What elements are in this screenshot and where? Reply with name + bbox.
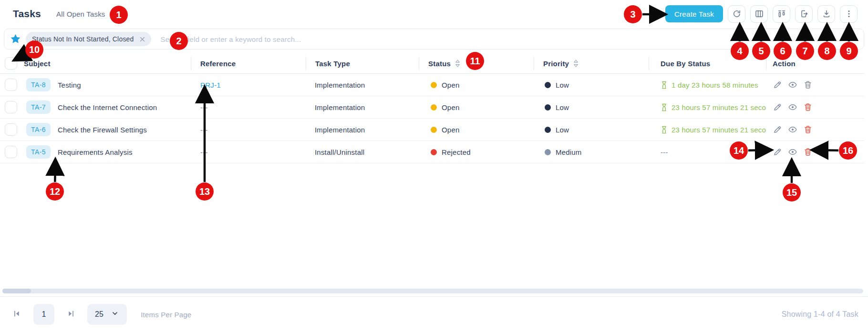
task-reference: --- bbox=[200, 126, 208, 134]
delete-task-button[interactable] bbox=[803, 80, 813, 90]
due-by-text: 1 day 23 hours 58 minutes bbox=[672, 81, 758, 89]
chevron-down-icon bbox=[111, 309, 119, 320]
priority-label: Medium bbox=[556, 148, 582, 156]
download-button[interactable] bbox=[817, 5, 835, 23]
task-reference[interactable]: PRJ-1 bbox=[200, 81, 221, 89]
close-icon[interactable] bbox=[140, 37, 145, 42]
due-by-text: --- bbox=[661, 148, 668, 156]
table-row[interactable]: TA-7 Check the Internet Connection --- I… bbox=[0, 96, 864, 119]
priority-dot bbox=[545, 149, 551, 155]
last-page-button[interactable] bbox=[66, 309, 75, 320]
row-checkbox[interactable] bbox=[5, 146, 17, 158]
eye-icon bbox=[788, 80, 797, 90]
edit-task-button[interactable] bbox=[773, 147, 782, 157]
priority-label: Low bbox=[556, 126, 569, 134]
annotation-arrows bbox=[0, 0, 868, 332]
view-task-button[interactable] bbox=[788, 80, 797, 90]
kanban-view-icon bbox=[777, 9, 786, 19]
due-by-text: 23 hours 57 minutes 21 seconds bbox=[672, 103, 766, 111]
priority-dot bbox=[545, 104, 551, 111]
view-selector[interactable]: All Open Tasks bbox=[56, 10, 114, 18]
delete-task-button[interactable] bbox=[803, 147, 813, 157]
view-task-button[interactable] bbox=[788, 125, 797, 134]
trash-icon bbox=[803, 147, 813, 157]
horizontal-scrollbar[interactable] bbox=[2, 289, 863, 293]
hourglass-icon bbox=[661, 125, 668, 134]
task-reference: --- bbox=[200, 103, 208, 111]
items-per-page-label: Items Per Page bbox=[141, 311, 191, 319]
edit-task-button[interactable] bbox=[773, 102, 782, 112]
refresh-button[interactable] bbox=[728, 5, 745, 23]
row-checkbox[interactable] bbox=[5, 123, 17, 136]
star-icon[interactable] bbox=[10, 34, 21, 44]
row-checkbox[interactable] bbox=[5, 79, 17, 91]
task-type: Install/Uninstall bbox=[315, 148, 364, 156]
table-row[interactable]: TA-5 Requirements Analysis --- Install/U… bbox=[0, 141, 864, 163]
edit-task-button[interactable] bbox=[773, 80, 782, 90]
select-all-checkbox[interactable] bbox=[5, 57, 17, 70]
view-selector-label: All Open Tasks bbox=[56, 10, 105, 18]
page-title: Tasks bbox=[13, 8, 41, 20]
column-chooser-icon bbox=[754, 9, 764, 19]
filter-bar: Status Not In Not Started, Closed bbox=[4, 29, 864, 50]
annotation-badge-12: 12 bbox=[46, 182, 64, 201]
column-header-task-type: Task Type bbox=[306, 53, 419, 73]
status-dot bbox=[431, 104, 437, 111]
hourglass-icon bbox=[661, 103, 668, 112]
view-task-button[interactable] bbox=[788, 102, 797, 112]
pager: 1 25 Items Per Page bbox=[12, 304, 191, 325]
due-by-text: 23 hours 57 minutes 21 seconds bbox=[672, 126, 766, 134]
toolbar-icon-group bbox=[728, 5, 858, 23]
delete-task-button[interactable] bbox=[803, 102, 813, 112]
create-task-button[interactable]: Create Task bbox=[665, 5, 723, 22]
edit-task-button[interactable] bbox=[773, 125, 782, 134]
column-header-label: Priority bbox=[543, 60, 569, 68]
task-id-chip: TA-8 bbox=[26, 78, 51, 91]
column-chooser-button[interactable] bbox=[750, 5, 768, 23]
priority-dot bbox=[545, 127, 551, 133]
trash-icon bbox=[803, 125, 813, 134]
scrollbar-thumb[interactable] bbox=[2, 289, 31, 293]
kanban-view-button[interactable] bbox=[773, 5, 790, 23]
table-row[interactable]: TA-6 Check the Firewall Settings --- Imp… bbox=[0, 119, 864, 141]
column-header-label: Subject bbox=[24, 60, 51, 68]
pagination-footer: 1 25 Items Per Page Showing 1-4 of 4 Tas… bbox=[0, 296, 868, 332]
task-subject: Check the Internet Connection bbox=[58, 103, 157, 111]
column-header-subject: Subject bbox=[22, 53, 191, 73]
task-id-chip: TA-5 bbox=[26, 145, 51, 159]
delete-task-button[interactable] bbox=[803, 125, 813, 134]
filter-chip-label: Status Not In Not Started, Closed bbox=[32, 35, 134, 43]
status-label: Open bbox=[442, 103, 460, 111]
column-header-label: Task Type bbox=[315, 60, 350, 68]
status-dot bbox=[431, 127, 437, 133]
page-size-select[interactable]: 25 bbox=[87, 304, 127, 325]
task-subject: Check the Firewall Settings bbox=[58, 126, 147, 134]
task-type: Implementation bbox=[315, 103, 365, 111]
search-input[interactable] bbox=[160, 35, 858, 44]
table-row[interactable]: TA-8 Testing PRJ-1 Implementation Open L… bbox=[0, 74, 864, 96]
column-header-status[interactable]: Status bbox=[419, 53, 534, 73]
eye-icon bbox=[788, 147, 797, 157]
edit-icon bbox=[773, 80, 782, 90]
task-subject: Testing bbox=[58, 81, 81, 89]
edit-icon bbox=[773, 147, 782, 157]
status-label: Open bbox=[442, 81, 460, 89]
filter-chip[interactable]: Status Not In Not Started, Closed bbox=[26, 32, 151, 46]
edit-icon bbox=[773, 102, 782, 112]
first-page-button[interactable] bbox=[12, 309, 21, 320]
column-header-label: Due By Status bbox=[661, 60, 710, 68]
more-options-button[interactable] bbox=[840, 5, 858, 23]
task-type: Implementation bbox=[315, 81, 365, 89]
task-reference: --- bbox=[200, 148, 208, 156]
table-header-row: SubjectReferenceTask TypeStatusPriorityD… bbox=[0, 53, 864, 74]
hourglass-icon bbox=[661, 80, 668, 90]
task-type: Implementation bbox=[315, 126, 365, 134]
view-task-button[interactable] bbox=[788, 147, 797, 157]
row-checkbox[interactable] bbox=[5, 101, 17, 113]
column-header-priority[interactable]: Priority bbox=[534, 53, 649, 73]
sort-icon bbox=[455, 60, 460, 67]
sort-icon bbox=[573, 60, 579, 67]
priority-dot bbox=[545, 82, 551, 88]
export-button[interactable] bbox=[795, 5, 813, 23]
current-page-button[interactable]: 1 bbox=[33, 304, 54, 325]
